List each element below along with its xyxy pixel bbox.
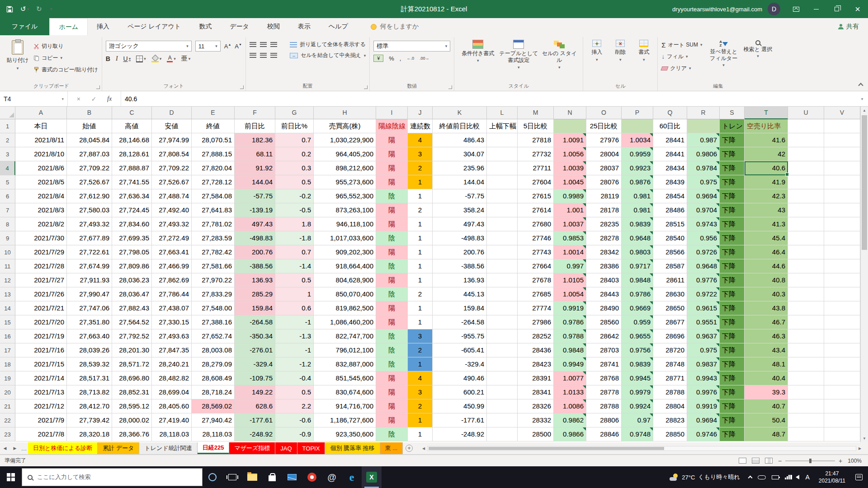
cell-N6[interactable]: 0.9989 — [554, 189, 586, 203]
cell-K11[interactable]: -388.56 — [433, 259, 487, 273]
cell-U13[interactable] — [788, 287, 824, 301]
cell-F9[interactable]: -498.83 — [235, 231, 275, 245]
font-dialog-launcher[interactable] — [240, 85, 244, 89]
cell-C18[interactable]: 28,571.72 — [112, 357, 152, 371]
cell-L5[interactable] — [487, 175, 518, 189]
cell-A11[interactable]: 2021/7/28 — [15, 259, 67, 273]
cell-B5[interactable]: 27,526.67 — [67, 175, 112, 189]
cell-N22[interactable]: 0.9862 — [554, 413, 586, 427]
cell-I15[interactable]: 陽 — [376, 315, 408, 329]
format-as-table-button[interactable]: テーブルとして書式設定 ▾ — [499, 40, 538, 70]
column-header-R[interactable]: R — [687, 107, 720, 119]
cell-O16[interactable]: 28642 — [586, 329, 622, 343]
ribbon-tab-表示[interactable]: 表示 — [289, 18, 320, 35]
merge-center-button[interactable]: ↔ セルを結合して中央揃え ▾ — [290, 52, 366, 59]
row-header-7[interactable]: 7 — [0, 203, 15, 217]
cell-L3[interactable] — [487, 147, 518, 161]
cell-O9[interactable]: 28278 — [586, 231, 622, 245]
cell-G17[interactable]: -1 — [275, 343, 314, 357]
cell-M10[interactable]: 27743 — [518, 245, 554, 259]
cell-H18[interactable]: 832,887,000 — [314, 357, 376, 371]
battery-icon[interactable] — [772, 475, 779, 479]
cell-E5[interactable]: 27,728.12 — [192, 175, 235, 189]
cell-U2[interactable] — [788, 133, 824, 147]
column-header-L[interactable]: L — [487, 107, 518, 119]
action-center-button[interactable] — [850, 466, 868, 488]
cell-U8[interactable] — [788, 217, 824, 231]
edge-button[interactable]: e — [342, 466, 362, 488]
paste-button[interactable]: 貼り付け ▾ — [5, 38, 31, 82]
ribbon-tab-数式[interactable]: 数式 — [190, 18, 221, 35]
cell-R6[interactable]: 0.9694 — [687, 189, 720, 203]
cell-U12[interactable] — [788, 273, 824, 287]
cell-D7[interactable]: 27,492.40 — [152, 203, 192, 217]
cell-D21[interactable]: 28,405.60 — [152, 399, 192, 413]
horizontal-scrollbar[interactable]: ◀ ▶ — [420, 445, 863, 452]
cell-M18[interactable]: 28423 — [518, 357, 554, 371]
cell-I6[interactable]: 陰 — [376, 189, 408, 203]
cell-C21[interactable]: 28,595.12 — [112, 399, 152, 413]
cell-E22[interactable]: 27,940.42 — [192, 413, 235, 427]
cell-V16[interactable] — [824, 329, 860, 343]
cell-Q11[interactable]: 28587 — [653, 259, 687, 273]
cell-H5[interactable]: 955,273,600 — [314, 175, 376, 189]
cell-E11[interactable]: 27,581.66 — [192, 259, 235, 273]
cell-C8[interactable]: 27,834.60 — [112, 217, 152, 231]
cell-F15[interactable]: -264.58 — [235, 315, 275, 329]
cell-P2[interactable]: 1.0034 — [622, 133, 653, 147]
row-header-11[interactable]: 11 — [0, 259, 15, 273]
row-header-1[interactable]: 1 — [0, 119, 15, 133]
cell-O7[interactable]: 28178 — [586, 203, 622, 217]
cell-I18[interactable]: 陰 — [376, 357, 408, 371]
cell-N11[interactable]: 0.997 — [554, 259, 586, 273]
cell-O6[interactable]: 28119 — [586, 189, 622, 203]
start-button[interactable] — [0, 466, 22, 488]
cell-O14[interactable]: 28490 — [586, 301, 622, 315]
name-box[interactable]: T4 ▾ — [0, 91, 68, 106]
cell-V4[interactable] — [824, 161, 860, 175]
cell-U14[interactable] — [788, 301, 824, 315]
cell-H8[interactable]: 946,118,100 — [314, 217, 376, 231]
cell-J3[interactable]: 3 — [408, 147, 433, 161]
cell-E14[interactable]: 27,548.00 — [192, 301, 235, 315]
cell-Q6[interactable]: 28454 — [653, 189, 687, 203]
cell-Q3[interactable]: 28441 — [653, 147, 687, 161]
cell-L14[interactable] — [487, 301, 518, 315]
sheet-tab-JAQ[interactable]: JAQ — [275, 442, 297, 454]
cell-C3[interactable]: 28,128.61 — [112, 147, 152, 161]
cell-F4[interactable]: 91.92 — [235, 161, 275, 175]
cell-O12[interactable]: 28403 — [586, 273, 622, 287]
cell-N21[interactable]: 1.0086 — [554, 399, 586, 413]
cell-Q22[interactable]: 28823 — [653, 413, 687, 427]
row-header-13[interactable]: 13 — [0, 287, 15, 301]
cell-M4[interactable]: 27711 — [518, 161, 554, 175]
cell-N14[interactable]: 0.9919 — [554, 301, 586, 315]
cell-T22[interactable]: 50.4 — [745, 413, 788, 427]
cell-I14[interactable]: 陽 — [376, 301, 408, 315]
cell-K2[interactable]: 486.43 — [433, 133, 487, 147]
cell-M7[interactable]: 27614 — [518, 203, 554, 217]
cell-K7[interactable]: 358.24 — [433, 203, 487, 217]
cell-Q16[interactable]: 28696 — [653, 329, 687, 343]
header-cell-陽線陰線[interactable]: 陽線陰線 — [376, 119, 408, 133]
cell-L16[interactable] — [487, 329, 518, 343]
cell-M2[interactable]: 27818 — [518, 133, 554, 147]
cell-U5[interactable] — [788, 175, 824, 189]
cell-M20[interactable]: 28341 — [518, 385, 554, 399]
cell-K22[interactable]: -177.61 — [433, 413, 487, 427]
cell-K12[interactable]: 136.93 — [433, 273, 487, 287]
cell-I2[interactable]: 陽 — [376, 133, 408, 147]
header-cell-空売り比率[interactable]: 空売り比率 — [745, 119, 788, 133]
cell-R11[interactable]: 0.9648 — [687, 259, 720, 273]
increase-font-icon[interactable]: A▲ — [224, 43, 231, 50]
cell-G15[interactable]: -1 — [275, 315, 314, 329]
cell-V18[interactable] — [824, 357, 860, 371]
cell-Q2[interactable]: 28441 — [653, 133, 687, 147]
cell-B6[interactable]: 27,612.90 — [67, 189, 112, 203]
row-header-17[interactable]: 17 — [0, 343, 15, 357]
cell-O18[interactable]: 28741 — [586, 357, 622, 371]
cell-U6[interactable] — [788, 189, 824, 203]
decrease-font-icon[interactable]: A▼ — [235, 43, 242, 50]
cell-C19[interactable]: 28,696.80 — [112, 371, 152, 385]
cell-C4[interactable]: 27,888.87 — [112, 161, 152, 175]
